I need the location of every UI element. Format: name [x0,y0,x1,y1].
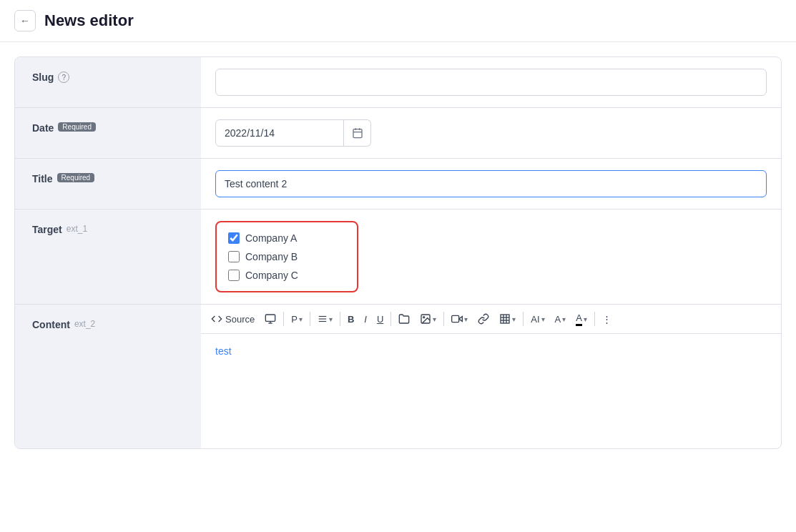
align-dropdown[interactable]: ▾ [313,309,337,329]
company-b-label: Company B [245,251,298,262]
separator-7 [594,312,595,326]
preview-icon [265,313,276,325]
date-row: Date Required [15,108,781,159]
target-label-cell: Target ext_1 [15,210,201,304]
bold-button[interactable]: B [343,309,358,329]
title-input-cell [201,159,781,209]
image-button[interactable]: ▾ [416,309,441,329]
slug-input[interactable] [215,69,767,96]
svg-rect-13 [452,315,459,322]
target-row: Target ext_1 Company A Company B Company… [15,210,781,305]
fontcolor-chevron: ▾ [562,315,566,323]
content-sub-label: ext_2 [74,319,95,329]
form-container: Slug ? Date Required [14,56,782,449]
editor-toolbar: Source P ▾ [201,305,781,334]
table-chevron: ▾ [512,315,516,323]
separator-5 [443,312,444,326]
date-input[interactable] [215,119,344,147]
paragraph-dropdown[interactable]: P ▾ [287,309,307,329]
title-label: Title [32,173,53,184]
company-c-label: Company C [245,270,298,281]
slug-help-icon[interactable]: ? [58,72,69,83]
fontsize-button[interactable]: AI ▾ [526,309,549,329]
paragraph-label: P [291,314,298,325]
slug-label-cell: Slug ? [15,57,201,107]
svg-point-11 [423,317,425,318]
date-label-cell: Date Required [15,108,201,158]
separator-1 [283,312,284,326]
company-c-checkbox[interactable] [228,270,240,281]
link-button[interactable] [473,309,493,329]
link-icon [478,313,489,325]
separator-4 [390,312,391,326]
slug-row: Slug ? [15,57,781,108]
bgcolor-button[interactable]: A ▾ [571,309,591,329]
company-a-checkbox[interactable] [228,232,240,244]
source-label: Source [225,314,255,325]
fontcolor-button[interactable]: A ▾ [551,309,571,329]
title-row: Title Required [15,159,781,210]
slug-input-cell [201,57,781,107]
svg-rect-0 [353,129,362,138]
table-button[interactable]: ▾ [495,309,520,329]
slug-label: Slug [32,72,54,83]
company-b-item[interactable]: Company B [228,251,345,262]
svg-marker-12 [459,317,463,322]
company-c-item[interactable]: Company C [228,270,345,281]
content-editor-cell: Source P ▾ [201,305,781,448]
page-header: ← News editor [0,0,796,42]
fontsize-chevron: ▾ [541,315,545,323]
separator-3 [340,312,340,326]
underline-button[interactable]: U [373,309,388,329]
date-required-badge: Required [58,122,96,132]
italic-button[interactable]: I [360,309,371,329]
date-wrapper [215,119,371,147]
target-input-cell: Company A Company B Company C [201,210,781,304]
content-label-cell: Content ext_2 [15,305,201,448]
page-title: News editor [44,11,134,30]
more-options-icon: ⋮ [602,314,611,325]
target-label: Target [32,224,62,235]
video-icon [451,313,463,325]
video-chevron: ▾ [464,315,468,323]
title-required-badge: Required [57,173,95,182]
more-options-button[interactable]: ⋮ [598,309,616,329]
date-input-cell [201,108,781,158]
editor-content[interactable]: test [201,334,781,448]
content-label: Content [32,319,70,330]
calendar-button[interactable] [344,119,371,147]
back-button[interactable]: ← [14,10,36,31]
bgcolor-chevron: ▾ [584,315,587,323]
title-label-cell: Title Required [15,159,201,209]
align-icon [318,314,328,324]
image-chevron: ▾ [433,315,436,323]
target-sub-label: ext_1 [67,224,87,234]
image-icon [420,313,431,325]
company-a-item[interactable]: Company A [228,232,345,244]
align-chevron: ▾ [329,315,333,323]
source-icon [211,313,222,325]
separator-2 [310,312,310,326]
separator-6 [523,312,524,326]
company-a-label: Company A [245,232,297,244]
video-button[interactable]: ▾ [447,309,472,329]
file-icon [398,313,410,325]
calendar-icon [352,127,363,139]
file-button[interactable] [394,309,414,329]
table-icon [499,313,511,325]
company-b-checkbox[interactable] [228,251,240,262]
svg-rect-4 [266,315,275,321]
paragraph-chevron: ▾ [299,315,303,323]
content-row: Content ext_2 Source [15,305,781,448]
title-input[interactable] [215,170,767,197]
target-checkbox-group: Company A Company B Company C [215,221,358,292]
preview-button[interactable] [260,309,280,329]
source-button[interactable]: Source [207,309,259,329]
svg-rect-14 [501,315,509,323]
date-label: Date [32,122,54,134]
bgcolor-a: A [576,312,582,326]
